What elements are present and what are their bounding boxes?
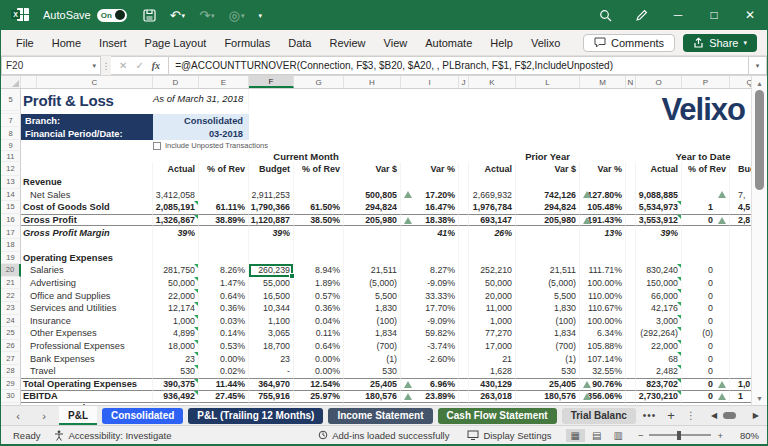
cell-O23[interactable]: 42,176 [636, 302, 682, 315]
row-header-5[interactable]: 5 [1, 89, 21, 111]
column-header-a[interactable] [21, 76, 37, 88]
grid-cell[interactable] [626, 340, 636, 353]
grid-cell[interactable] [626, 239, 636, 252]
cell-D26[interactable]: 18,000 [153, 340, 199, 353]
cell-D24[interactable]: 1,000 [153, 315, 199, 328]
column-header-H[interactable]: H [344, 76, 401, 88]
grid-cell[interactable] [516, 403, 580, 405]
column-header-C[interactable]: C [37, 76, 153, 88]
cell-O15[interactable]: 5,534,973 [636, 201, 682, 214]
cell-M16[interactable]: 191.43% [580, 214, 626, 227]
cell-F27[interactable]: 23 [249, 352, 294, 365]
column-header-F[interactable]: F [249, 76, 294, 88]
grid-cell[interactable] [344, 226, 401, 239]
grid-cell[interactable] [516, 226, 580, 239]
cell-D20[interactable]: 281,750 [153, 264, 199, 277]
cell-K27[interactable]: 21 [469, 352, 516, 365]
cell-M28[interactable]: 32.55% [580, 365, 626, 378]
cell-L23[interactable]: 1,830 [516, 302, 580, 315]
grid-cell[interactable] [459, 352, 469, 365]
row-label-services-and-utilities[interactable]: Services and Utilities [21, 302, 153, 315]
cell-K17[interactable]: 26% [469, 226, 516, 239]
cell-F25[interactable]: 3,065 [249, 327, 294, 340]
cell-L27[interactable]: (1) [516, 352, 580, 365]
grid-cell[interactable] [294, 189, 344, 202]
cell-Q29[interactable]: 1,0 [730, 378, 751, 391]
row-label-gross-profit-margin[interactable]: Gross Profit Margin [21, 226, 153, 239]
sheet-tab-cash-flow-statement[interactable]: Cash Flow Statement [438, 408, 557, 424]
accessibility-status[interactable]: Accessibility: Investigate [50, 430, 175, 441]
cell-H23[interactable]: 1,830 [344, 302, 401, 315]
subheader-var-m[interactable]: Var % [580, 162, 626, 176]
row-header-25[interactable]: 25 [1, 327, 21, 340]
cell-E16[interactable]: 38.89% [199, 214, 249, 227]
grid-cell[interactable] [459, 226, 469, 239]
grid-cell[interactable] [626, 352, 636, 365]
grid-cell[interactable] [344, 252, 401, 265]
column-header-L[interactable]: L [516, 76, 580, 88]
grid-cell[interactable] [626, 315, 636, 328]
cell-F29[interactable]: 364,970 [249, 378, 294, 391]
grid-cell[interactable] [516, 176, 580, 189]
cell-P25[interactable]: (0) [682, 327, 730, 340]
row-header-29[interactable]: 29 [1, 378, 21, 391]
grid-cell[interactable] [580, 252, 626, 265]
cell-O29[interactable]: 823,702 [636, 378, 682, 391]
cell-D29[interactable]: 390,375 [153, 378, 199, 391]
cell-I25[interactable]: 59.82% [401, 327, 459, 340]
row-label-salaries[interactable]: Salaries [21, 264, 153, 277]
grid-cell[interactable] [730, 315, 751, 328]
row-header-8[interactable]: 8 [1, 127, 21, 140]
cell-F28[interactable]: - [249, 365, 294, 378]
row-label-ebitda-margin[interactable]: EBITDA Margin [21, 403, 153, 405]
cell-K28[interactable]: 1,628 [469, 365, 516, 378]
cell-F26[interactable]: 18,700 [249, 340, 294, 353]
cell-G23[interactable]: 0.36% [294, 302, 344, 315]
cell-I22[interactable]: 33.33% [401, 289, 459, 302]
cell-K16[interactable]: 693,147 [469, 214, 516, 227]
grid-cell[interactable] [469, 239, 516, 252]
cell-M25[interactable]: 6.34% [580, 327, 626, 340]
grid-cell[interactable] [636, 176, 682, 189]
cell-K23[interactable]: 11,000 [469, 302, 516, 315]
cell-E27[interactable]: 0.00% [199, 352, 249, 365]
cell-O20[interactable]: 830,240 [636, 264, 682, 277]
cell-H25[interactable]: 1,834 [344, 327, 401, 340]
scroll-up-icon[interactable]: ▲ [756, 76, 763, 90]
cell-K14[interactable]: 2,669,932 [469, 189, 516, 202]
grid-cell[interactable] [682, 176, 730, 189]
row-label-insurance[interactable]: Insurance [21, 315, 153, 328]
menu-tab-data[interactable]: Data [279, 33, 320, 53]
cell-L16[interactable]: 205,980 [516, 214, 580, 227]
cell-E21[interactable]: 1.47% [199, 277, 249, 290]
cell-D25[interactable]: 4,899 [153, 327, 199, 340]
grid-cell[interactable] [636, 252, 682, 265]
cell-M15[interactable]: 105.48% [580, 201, 626, 214]
normal-view-icon[interactable]: ▦ [566, 429, 585, 442]
cell-K20[interactable]: 252,210 [469, 264, 516, 277]
grid-cell[interactable] [730, 403, 751, 405]
maximize-button[interactable]: □ [707, 8, 721, 22]
grid-cell[interactable] [401, 176, 459, 189]
cell-L29[interactable]: 25,405 [516, 378, 580, 391]
subheader-var-i[interactable]: Var % [401, 162, 459, 176]
cell-I14[interactable]: 17.20% [401, 189, 459, 202]
grid-cell[interactable] [401, 239, 459, 252]
row-header-22[interactable]: 22 [1, 289, 21, 302]
cell-D22[interactable]: 22,000 [153, 289, 199, 302]
grid-cell[interactable] [626, 176, 636, 189]
cell-I31[interactable]: -25.97% [401, 403, 459, 405]
draw-pen-icon[interactable] [635, 9, 649, 22]
subheader-of-rev-g[interactable]: % of Rev [294, 162, 344, 176]
cell-M29[interactable]: 90.76% [580, 378, 626, 391]
cell-H30[interactable]: 180,576 [344, 390, 401, 403]
grid-cell[interactable] [153, 252, 199, 265]
cell-P29[interactable]: 0 [682, 378, 730, 391]
cell-M17[interactable]: 13% [580, 226, 626, 239]
cell-H20[interactable]: 21,511 [344, 264, 401, 277]
grid-cell[interactable] [401, 365, 459, 378]
cell-E29[interactable]: 11.44% [199, 378, 249, 391]
cell-H21[interactable]: (5,000) [344, 277, 401, 290]
subheader-blank[interactable] [21, 162, 153, 176]
column-header-J[interactable]: J [459, 76, 469, 88]
